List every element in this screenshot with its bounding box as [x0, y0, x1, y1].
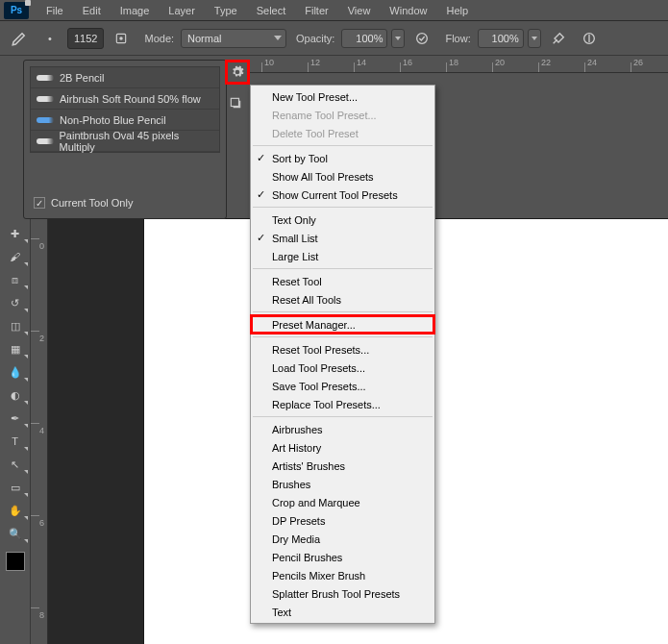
- ruler-tick: 20: [492, 62, 505, 72]
- opacity-dropdown[interactable]: [391, 29, 405, 48]
- menu-item-sort-by-tool[interactable]: Sort by Tool: [251, 149, 434, 167]
- menu-item-show-current-tool-presets[interactable]: Show Current Tool Presets: [251, 186, 434, 204]
- preset-item[interactable]: 2B Pencil: [31, 67, 219, 88]
- tool-brush[interactable]: 🖌: [2, 246, 29, 267]
- ruler-tick: 10: [261, 62, 274, 72]
- app-logo: Ps: [4, 2, 29, 19]
- menu-separator: [253, 268, 433, 269]
- tool-eraser[interactable]: ◫: [2, 315, 29, 336]
- menu-filter[interactable]: Filter: [295, 2, 337, 19]
- tool-healing[interactable]: ✚: [2, 223, 29, 244]
- flow-label: Flow:: [445, 33, 470, 44]
- menu-item-dry-media[interactable]: Dry Media: [251, 530, 434, 548]
- menu-item-new-tool-preset[interactable]: New Tool Preset...: [251, 87, 434, 106]
- preset-item[interactable]: Airbrush Soft Round 50% flow: [31, 88, 219, 110]
- tool-preset-picker[interactable]: [6, 27, 33, 50]
- menu-view[interactable]: View: [338, 2, 381, 19]
- menu-item-brushes[interactable]: Brushes: [251, 475, 434, 493]
- menu-item-airbrushes[interactable]: Airbrushes: [251, 420, 434, 438]
- options-bar: • 1152 Mode: Normal Opacity: 100% Flow: …: [0, 21, 668, 56]
- ruler-tick: 18: [446, 62, 458, 72]
- ruler-tick: 0: [31, 238, 39, 251]
- opacity-label: Opacity:: [296, 33, 334, 44]
- toolbox: ✚🖌⧈↺◫▦💧◐✒T↖▭✋🔍: [0, 219, 31, 644]
- tablet-opacity-icon[interactable]: [408, 27, 435, 50]
- menu-window[interactable]: Window: [380, 2, 436, 19]
- tool-pen[interactable]: ✒: [2, 408, 29, 429]
- ruler-tick: 12: [308, 62, 320, 72]
- checkbox-icon: ✓: [34, 197, 45, 209]
- brush-size-field[interactable]: 1152: [67, 28, 104, 49]
- tool-history[interactable]: ↺: [2, 292, 29, 313]
- mode-label: Mode:: [144, 33, 174, 44]
- foreground-swatch[interactable]: [6, 552, 25, 571]
- menu-image[interactable]: Image: [111, 2, 160, 19]
- ruler-tick: 8: [31, 607, 39, 620]
- tool-type[interactable]: T: [2, 431, 29, 452]
- brush-stroke-icon: [37, 96, 54, 102]
- brush-panel-toggle[interactable]: [108, 27, 135, 50]
- preset-item-label: 2B Pencil: [60, 72, 104, 84]
- airbrush-icon[interactable]: [545, 27, 572, 50]
- menu-select[interactable]: Select: [247, 2, 296, 19]
- menu-item-reset-tool-presets[interactable]: Reset Tool Presets...: [251, 340, 434, 359]
- menu-item-splatter-brush-tool-presets[interactable]: Splatter Brush Tool Presets: [251, 584, 434, 603]
- tool-dodge[interactable]: ◐: [2, 384, 29, 406]
- menu-item-text[interactable]: Text: [251, 603, 434, 621]
- opacity-field[interactable]: 100%: [341, 29, 387, 48]
- menu-item-replace-tool-presets[interactable]: Replace Tool Presets...: [251, 395, 434, 413]
- tablet-size-icon[interactable]: [576, 27, 603, 50]
- tool-zoom[interactable]: 🔍: [2, 523, 29, 544]
- menu-item-reset-all-tools[interactable]: Reset All Tools: [251, 290, 434, 309]
- menu-help[interactable]: Help: [436, 2, 478, 19]
- ruler-tick: 6: [31, 515, 39, 528]
- ruler-tick: 14: [354, 62, 366, 72]
- brush-preset-picker[interactable]: •: [37, 27, 63, 50]
- svg-point-2: [417, 33, 428, 43]
- flow-field[interactable]: 100%: [478, 29, 524, 48]
- blend-mode-select[interactable]: Normal: [181, 29, 286, 48]
- menu-item-large-list[interactable]: Large List: [251, 247, 434, 265]
- menu-item-delete-tool-preset: Delete Tool Preset: [251, 124, 434, 142]
- menu-item-reset-tool[interactable]: Reset Tool: [251, 272, 434, 290]
- preset-item-label: Paintbrush Oval 45 pixels Multiply: [60, 130, 214, 153]
- menu-layer[interactable]: Layer: [159, 2, 205, 19]
- ruler-vertical: 02468: [31, 219, 48, 644]
- tool-preset-panel: 2B PencilAirbrush Soft Round 50% flowNon…: [23, 60, 227, 219]
- menu-edit[interactable]: Edit: [73, 2, 111, 19]
- new-preset-icon[interactable]: [229, 96, 244, 111]
- menu-item-show-all-tool-presets[interactable]: Show All Tool Presets: [251, 167, 434, 186]
- ruler-tick: 4: [31, 423, 39, 435]
- preset-item-label: Airbrush Soft Round 50% flow: [60, 93, 201, 105]
- menu-item-pencils-mixer-brush[interactable]: Pencils Mixer Brush: [251, 566, 434, 584]
- brush-stroke-icon: [37, 117, 54, 123]
- menu-item-load-tool-presets[interactable]: Load Tool Presets...: [251, 359, 434, 377]
- ruler-tick: 2: [31, 331, 39, 343]
- preset-panel-menu-button[interactable]: [225, 60, 250, 85]
- tool-blur[interactable]: 💧: [2, 361, 29, 383]
- menu-item-art-history[interactable]: Art History: [251, 438, 434, 457]
- preset-item-label: Non-Photo Blue Pencil: [60, 114, 166, 126]
- current-tool-only-checkbox[interactable]: ✓ Current Tool Only: [34, 197, 133, 209]
- tool-stamp[interactable]: ⧈: [2, 269, 29, 290]
- preset-item[interactable]: Paintbrush Oval 45 pixels Multiply: [31, 131, 219, 152]
- menu-item-text-only[interactable]: Text Only: [251, 211, 434, 229]
- menu-item-small-list[interactable]: Small List: [251, 229, 434, 247]
- tool-rect[interactable]: ▭: [2, 477, 29, 498]
- menu-item-save-tool-presets[interactable]: Save Tool Presets...: [251, 377, 434, 395]
- tool-path[interactable]: ↖: [2, 454, 29, 475]
- brush-stroke-icon: [37, 138, 54, 144]
- preset-context-menu: New Tool Preset...Rename Tool Preset...D…: [250, 85, 435, 624]
- menu-item-pencil-brushes[interactable]: Pencil Brushes: [251, 548, 434, 566]
- menu-item-crop-and-marquee[interactable]: Crop and Marquee: [251, 493, 434, 511]
- menu-item-dp-presets[interactable]: DP Presets: [251, 511, 434, 530]
- flow-dropdown[interactable]: [528, 29, 541, 48]
- menu-type[interactable]: Type: [205, 2, 247, 19]
- tool-gradient[interactable]: ▦: [2, 338, 29, 359]
- svg-point-1: [120, 37, 124, 40]
- menu-file[interactable]: File: [37, 2, 73, 19]
- preset-item[interactable]: Non-Photo Blue Pencil: [31, 110, 219, 131]
- tool-hand[interactable]: ✋: [2, 500, 29, 521]
- menu-item-artists-brushes[interactable]: Artists' Brushes: [251, 457, 434, 475]
- menu-item-preset-manager[interactable]: Preset Manager...: [251, 315, 434, 334]
